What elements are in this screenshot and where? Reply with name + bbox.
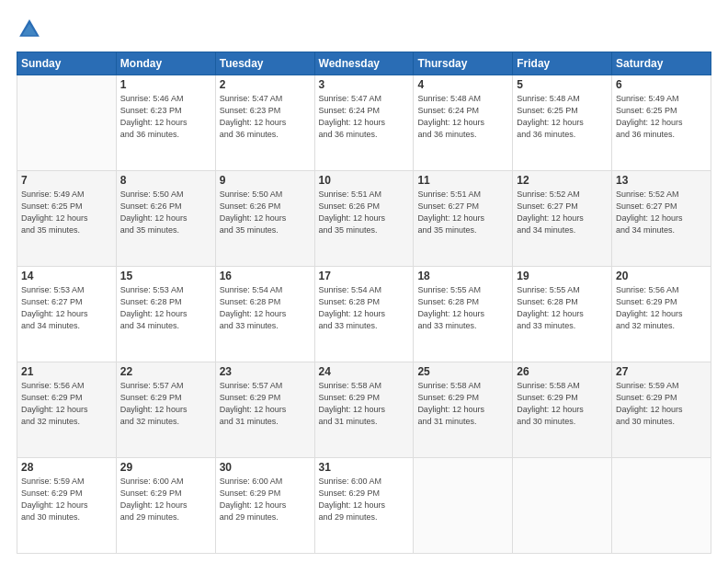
day-info: Sunrise: 5:47 AMSunset: 6:24 PMDaylight:… — [319, 93, 410, 141]
calendar-day-12: 12Sunrise: 5:52 AMSunset: 6:27 PMDayligh… — [513, 171, 612, 267]
day-info: Sunrise: 5:52 AMSunset: 6:27 PMDaylight:… — [517, 189, 608, 236]
day-info: Sunrise: 5:55 AMSunset: 6:28 PMDaylight:… — [517, 284, 608, 332]
day-number: 5 — [517, 78, 608, 91]
calendar-day-6: 6Sunrise: 5:49 AMSunset: 6:25 PMDaylight… — [612, 75, 711, 171]
calendar-day-14: 14Sunrise: 5:53 AMSunset: 6:27 PMDayligh… — [17, 267, 117, 362]
calendar-empty-cell — [612, 458, 711, 554]
calendar-day-22: 22Sunrise: 5:57 AMSunset: 6:29 PMDayligh… — [116, 362, 215, 458]
day-number: 7 — [21, 174, 112, 187]
calendar-week-row: 21Sunrise: 5:56 AMSunset: 6:29 PMDayligh… — [17, 362, 711, 458]
calendar-day-27: 27Sunrise: 5:59 AMSunset: 6:29 PMDayligh… — [612, 362, 711, 458]
day-number: 3 — [319, 78, 410, 91]
calendar-empty-cell — [17, 75, 117, 171]
weekday-header-sunday: Sunday — [17, 52, 117, 75]
calendar-day-10: 10Sunrise: 5:51 AMSunset: 6:26 PMDayligh… — [314, 171, 414, 267]
day-number: 26 — [517, 365, 608, 378]
day-info: Sunrise: 5:55 AMSunset: 6:28 PMDaylight:… — [417, 284, 508, 332]
calendar-day-11: 11Sunrise: 5:51 AMSunset: 6:27 PMDayligh… — [414, 171, 513, 267]
calendar-day-15: 15Sunrise: 5:53 AMSunset: 6:28 PMDayligh… — [116, 267, 215, 362]
day-info: Sunrise: 5:53 AMSunset: 6:27 PMDaylight:… — [21, 284, 112, 332]
day-info: Sunrise: 5:59 AMSunset: 6:29 PMDaylight:… — [616, 380, 707, 428]
calendar-day-20: 20Sunrise: 5:56 AMSunset: 6:29 PMDayligh… — [612, 267, 711, 362]
day-info: Sunrise: 6:00 AMSunset: 6:29 PMDaylight:… — [120, 476, 211, 523]
day-number: 23 — [220, 365, 311, 378]
calendar-day-3: 3Sunrise: 5:47 AMSunset: 6:24 PMDaylight… — [314, 75, 414, 171]
day-number: 31 — [319, 461, 410, 474]
day-number: 13 — [616, 174, 707, 187]
day-number: 18 — [417, 270, 508, 282]
day-number: 11 — [417, 174, 508, 187]
day-info: Sunrise: 5:56 AMSunset: 6:29 PMDaylight:… — [616, 284, 707, 332]
calendar-day-19: 19Sunrise: 5:55 AMSunset: 6:28 PMDayligh… — [513, 267, 612, 362]
weekday-header-thursday: Thursday — [414, 52, 513, 75]
day-number: 20 — [616, 270, 707, 282]
day-info: Sunrise: 5:48 AMSunset: 6:25 PMDaylight:… — [517, 93, 608, 141]
calendar-empty-cell — [414, 458, 513, 554]
day-number: 14 — [21, 270, 112, 282]
calendar-day-29: 29Sunrise: 6:00 AMSunset: 6:29 PMDayligh… — [116, 458, 215, 554]
day-number: 19 — [517, 270, 608, 282]
calendar-day-18: 18Sunrise: 5:55 AMSunset: 6:28 PMDayligh… — [414, 267, 513, 362]
day-number: 24 — [319, 365, 410, 378]
calendar-week-row: 1Sunrise: 5:46 AMSunset: 6:23 PMDaylight… — [17, 75, 711, 171]
day-info: Sunrise: 5:51 AMSunset: 6:26 PMDaylight:… — [319, 189, 410, 236]
day-info: Sunrise: 5:54 AMSunset: 6:28 PMDaylight:… — [220, 284, 311, 332]
calendar-day-13: 13Sunrise: 5:52 AMSunset: 6:27 PMDayligh… — [612, 171, 711, 267]
day-number: 2 — [220, 78, 311, 91]
day-number: 30 — [220, 461, 311, 474]
weekday-header-saturday: Saturday — [612, 52, 711, 75]
calendar-day-1: 1Sunrise: 5:46 AMSunset: 6:23 PMDaylight… — [116, 75, 215, 171]
page: SundayMondayTuesdayWednesdayThursdayFrid… — [0, 0, 728, 563]
day-info: Sunrise: 5:54 AMSunset: 6:28 PMDaylight:… — [319, 284, 410, 332]
day-number: 12 — [517, 174, 608, 187]
day-info: Sunrise: 5:58 AMSunset: 6:29 PMDaylight:… — [319, 380, 410, 428]
calendar-day-2: 2Sunrise: 5:47 AMSunset: 6:23 PMDaylight… — [215, 75, 314, 171]
day-info: Sunrise: 6:00 AMSunset: 6:29 PMDaylight:… — [220, 476, 311, 523]
calendar-day-4: 4Sunrise: 5:48 AMSunset: 6:24 PMDaylight… — [414, 75, 513, 171]
calendar-week-row: 28Sunrise: 5:59 AMSunset: 6:29 PMDayligh… — [17, 458, 711, 554]
calendar-day-28: 28Sunrise: 5:59 AMSunset: 6:29 PMDayligh… — [17, 458, 117, 554]
day-number: 21 — [21, 365, 112, 378]
weekday-header-friday: Friday — [513, 52, 612, 75]
day-number: 10 — [319, 174, 410, 187]
day-info: Sunrise: 6:00 AMSunset: 6:29 PMDaylight:… — [319, 476, 410, 523]
day-number: 29 — [120, 461, 211, 474]
day-number: 25 — [417, 365, 508, 378]
calendar-day-23: 23Sunrise: 5:57 AMSunset: 6:29 PMDayligh… — [215, 362, 314, 458]
day-info: Sunrise: 5:57 AMSunset: 6:29 PMDaylight:… — [220, 380, 311, 428]
day-info: Sunrise: 5:51 AMSunset: 6:27 PMDaylight:… — [417, 189, 508, 236]
weekday-header-tuesday: Tuesday — [215, 52, 314, 75]
day-info: Sunrise: 5:50 AMSunset: 6:26 PMDaylight:… — [120, 189, 211, 236]
day-number: 6 — [616, 78, 707, 91]
calendar-day-31: 31Sunrise: 6:00 AMSunset: 6:29 PMDayligh… — [314, 458, 414, 554]
day-number: 16 — [220, 270, 311, 282]
calendar-week-row: 7Sunrise: 5:49 AMSunset: 6:25 PMDaylight… — [17, 171, 711, 267]
calendar-empty-cell — [513, 458, 612, 554]
day-info: Sunrise: 5:50 AMSunset: 6:26 PMDaylight:… — [220, 189, 311, 236]
day-info: Sunrise: 5:59 AMSunset: 6:29 PMDaylight:… — [21, 476, 112, 523]
header — [17, 17, 711, 42]
day-number: 1 — [120, 78, 211, 91]
day-info: Sunrise: 5:49 AMSunset: 6:25 PMDaylight:… — [616, 93, 707, 141]
day-info: Sunrise: 5:58 AMSunset: 6:29 PMDaylight:… — [417, 380, 508, 428]
day-info: Sunrise: 5:47 AMSunset: 6:23 PMDaylight:… — [220, 93, 311, 141]
logo-icon — [17, 17, 42, 42]
weekday-header-wednesday: Wednesday — [314, 52, 414, 75]
day-info: Sunrise: 5:57 AMSunset: 6:29 PMDaylight:… — [120, 380, 211, 428]
calendar-week-row: 14Sunrise: 5:53 AMSunset: 6:27 PMDayligh… — [17, 267, 711, 362]
calendar-day-30: 30Sunrise: 6:00 AMSunset: 6:29 PMDayligh… — [215, 458, 314, 554]
day-number: 15 — [120, 270, 211, 282]
day-info: Sunrise: 5:46 AMSunset: 6:23 PMDaylight:… — [120, 93, 211, 141]
day-number: 4 — [417, 78, 508, 91]
day-info: Sunrise: 5:52 AMSunset: 6:27 PMDaylight:… — [616, 189, 707, 236]
calendar-table: SundayMondayTuesdayWednesdayThursdayFrid… — [17, 52, 711, 554]
day-info: Sunrise: 5:56 AMSunset: 6:29 PMDaylight:… — [21, 380, 112, 428]
calendar-day-5: 5Sunrise: 5:48 AMSunset: 6:25 PMDaylight… — [513, 75, 612, 171]
weekday-header-monday: Monday — [116, 52, 215, 75]
day-info: Sunrise: 5:58 AMSunset: 6:29 PMDaylight:… — [517, 380, 608, 428]
day-number: 9 — [220, 174, 311, 187]
calendar-day-9: 9Sunrise: 5:50 AMSunset: 6:26 PMDaylight… — [215, 171, 314, 267]
day-number: 28 — [21, 461, 112, 474]
calendar-day-8: 8Sunrise: 5:50 AMSunset: 6:26 PMDaylight… — [116, 171, 215, 267]
day-number: 8 — [120, 174, 211, 187]
